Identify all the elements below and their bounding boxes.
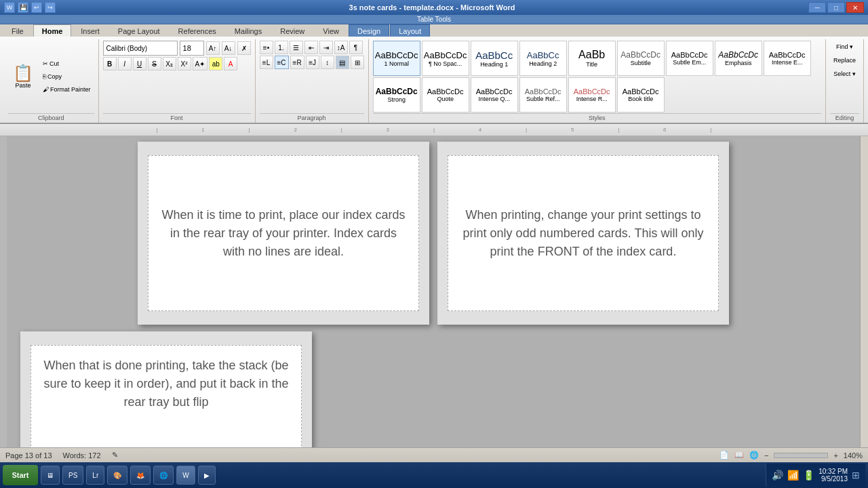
- index-card-1[interactable]: When it is time to print, place our inde…: [148, 155, 419, 311]
- taskbar-word[interactable]: W: [176, 466, 195, 485]
- select-button[interactable]: Select ▾: [830, 68, 859, 80]
- tab-view[interactable]: View: [314, 24, 348, 37]
- cut-button[interactable]: ✂ Cut: [39, 58, 94, 70]
- styles-group: AaBbCcDc 1 Normal AaBbCcDc ¶ No Spac... …: [369, 39, 826, 123]
- strikethrough-button[interactable]: S: [148, 57, 161, 70]
- taskbar-ps[interactable]: PS: [62, 466, 83, 485]
- word-count: Words: 172: [63, 451, 101, 460]
- tab-insert[interactable]: Insert: [72, 24, 108, 37]
- multilevel-button[interactable]: ☰: [290, 41, 303, 54]
- style-quote[interactable]: AaBbCcDc Quote: [422, 77, 469, 113]
- tray-icon-3[interactable]: 🔋: [803, 470, 814, 481]
- text-highlight-button[interactable]: ab: [209, 57, 222, 70]
- zoom-in-button[interactable]: +: [833, 451, 837, 460]
- style-heading2[interactable]: AaBbCc Heading 2: [519, 41, 567, 76]
- style-no-spacing[interactable]: AaBbCcDc ¶ No Spac...: [422, 41, 469, 76]
- show-marks-button[interactable]: ¶: [349, 41, 363, 54]
- tab-home[interactable]: Home: [33, 24, 72, 37]
- align-right-button[interactable]: ≡R: [290, 56, 304, 69]
- tab-file[interactable]: File: [3, 24, 33, 37]
- index-card-3[interactable]: When that is done printing, take the sta…: [31, 345, 302, 447]
- style-subtle-em[interactable]: AaBbCcDc Subtle Em...: [666, 41, 713, 76]
- align-center-button[interactable]: ≡C: [275, 56, 289, 69]
- ribbon-groups: 📋 Paste ✂ Cut ⎘ Copy 🖌 Format Painter Cl…: [4, 39, 864, 123]
- font-name-selector[interactable]: Calibri (Body): [103, 41, 178, 56]
- ribbon-tab-row: File Home Insert Page Layout References …: [0, 24, 868, 37]
- paragraph-group-content: ≡• 1. ☰ ⇤ ⇥ ↕A ¶ ≡L ≡C ≡R ≡J ↕ ▤ ⊞: [260, 41, 364, 113]
- style-strong[interactable]: AaBbCcDc Strong: [373, 77, 420, 113]
- show-desktop-button[interactable]: ⊞: [852, 470, 860, 481]
- style-subtle-ref[interactable]: AaBbCcDc Subtle Ref...: [519, 77, 567, 113]
- taskbar-tray: 🔊 📶 🔋 10:32 PM 9/5/2013 ⊞: [766, 464, 865, 487]
- scrollbar-vertical[interactable]: [860, 136, 868, 447]
- copy-button[interactable]: ⎘ Copy: [39, 70, 94, 83]
- taskbar-explorer[interactable]: 🖥: [41, 466, 60, 485]
- tab-references[interactable]: References: [170, 24, 225, 37]
- style-intense-quote[interactable]: AaBbCcDc Intense Q...: [471, 77, 518, 113]
- subscript-button[interactable]: X₂: [163, 57, 176, 70]
- taskbar-psc[interactable]: 🎨: [107, 466, 127, 485]
- line-spacing-button[interactable]: ↕: [321, 56, 334, 69]
- paragraph-group: ≡• 1. ☰ ⇤ ⇥ ↕A ¶ ≡L ≡C ≡R ≡J ↕ ▤ ⊞: [256, 39, 369, 123]
- page-card-3: When that is done printing, take the sta…: [20, 331, 312, 447]
- shrink-font-button[interactable]: A↓: [222, 41, 235, 55]
- superscript-button[interactable]: X²: [178, 57, 191, 70]
- minimize-button[interactable]: ─: [808, 2, 826, 13]
- font-group: Calibri (Body) 18 A↑ A↓ ✗ B I U S X₂ X² …: [99, 39, 256, 123]
- tab-mailings[interactable]: Mailings: [226, 24, 271, 37]
- underline-button[interactable]: U: [133, 57, 146, 70]
- paste-button[interactable]: 📋 Paste: [8, 63, 38, 91]
- italic-button[interactable]: I: [118, 57, 132, 70]
- replace-button[interactable]: Replace: [830, 54, 859, 66]
- grow-font-button[interactable]: A↑: [206, 41, 220, 55]
- view-icon-web[interactable]: 🌐: [749, 451, 759, 460]
- start-button[interactable]: Start: [3, 465, 38, 485]
- maximize-button[interactable]: □: [827, 2, 845, 13]
- font-size-selector[interactable]: 18: [180, 41, 204, 56]
- decrease-indent-button[interactable]: ⇤: [304, 41, 318, 54]
- taskbar-lr[interactable]: Lr: [86, 466, 104, 485]
- style-book-title[interactable]: AaBbCcDc Book title: [617, 77, 665, 113]
- taskbar-chrome[interactable]: 🌐: [153, 466, 174, 485]
- taskbar-vlc[interactable]: ▶: [198, 466, 216, 485]
- tab-design[interactable]: Design: [349, 24, 389, 37]
- view-icon-print[interactable]: 📄: [719, 451, 729, 460]
- format-painter-button[interactable]: 🖌 Format Painter: [39, 83, 94, 96]
- tray-icon-2[interactable]: 📶: [787, 470, 799, 481]
- quick-access-undo[interactable]: ↩: [31, 2, 42, 13]
- tab-page-layout[interactable]: Page Layout: [109, 24, 169, 37]
- style-normal[interactable]: AaBbCcDc 1 Normal: [373, 41, 420, 76]
- quick-access-redo[interactable]: ↪: [45, 2, 56, 13]
- bullets-button[interactable]: ≡•: [260, 41, 273, 54]
- style-emphasis[interactable]: AaBbCcDc Emphasis: [715, 41, 762, 76]
- tray-icon-1[interactable]: 🔊: [772, 470, 783, 481]
- sort-button[interactable]: ↕A: [334, 41, 348, 54]
- text-effects-button[interactable]: A✦: [193, 57, 208, 70]
- style-intense-em[interactable]: AaBbCcDc Intense E...: [764, 41, 811, 76]
- increase-indent-button[interactable]: ⇥: [319, 41, 333, 54]
- style-title[interactable]: AaBb Title: [568, 41, 616, 76]
- style-intense-ref[interactable]: AaBbCcDc Intense R...: [568, 77, 616, 113]
- align-left-button[interactable]: ≡L: [260, 56, 273, 69]
- bold-button[interactable]: B: [103, 57, 117, 70]
- style-heading1[interactable]: AaBbCc Heading 1: [471, 41, 518, 76]
- taskbar-firefox[interactable]: 🦊: [130, 466, 151, 485]
- window-title: 3s note cards - template.docx - Microsof…: [56, 3, 808, 12]
- style-subtitle[interactable]: AaBbCcDc Subtitle: [617, 41, 665, 76]
- numbering-button[interactable]: 1.: [275, 41, 288, 54]
- card-3-text: When that is done printing, take the sta…: [42, 357, 290, 411]
- quick-access-save[interactable]: 💾: [18, 2, 28, 13]
- zoom-slider[interactable]: [774, 453, 828, 458]
- view-icon-read[interactable]: 📖: [734, 451, 744, 460]
- justify-button[interactable]: ≡J: [306, 56, 319, 69]
- zoom-out-button[interactable]: −: [764, 451, 768, 460]
- close-button[interactable]: ✕: [846, 2, 864, 13]
- clear-format-button[interactable]: ✗: [237, 41, 251, 55]
- index-card-2[interactable]: When printing, change your print setting…: [448, 155, 719, 311]
- tab-layout[interactable]: Layout: [390, 24, 430, 37]
- tab-review[interactable]: Review: [271, 24, 313, 37]
- font-color-button[interactable]: A: [224, 57, 237, 70]
- find-button[interactable]: Find ▾: [833, 41, 856, 53]
- borders-button[interactable]: ⊞: [351, 56, 364, 69]
- shading-button[interactable]: ▤: [336, 56, 349, 69]
